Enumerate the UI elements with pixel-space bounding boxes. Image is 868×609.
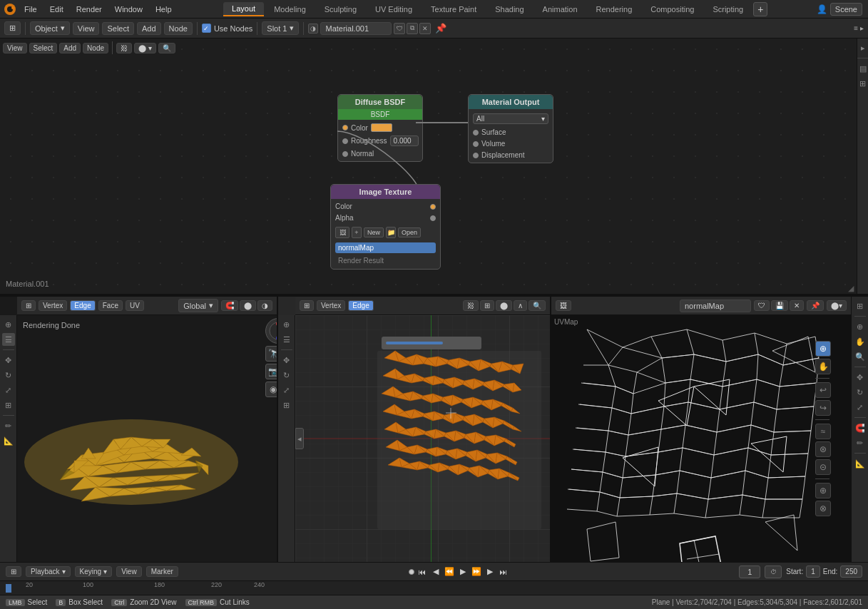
uv-edge-btn[interactable]: Edge: [348, 300, 373, 311]
node-view-btn[interactable]: View: [3, 43, 27, 53]
tab-shading[interactable]: Shading: [486, 3, 532, 16]
pin-icon[interactable]: 📌: [433, 23, 449, 34]
output-all-dropdown[interactable]: All▾: [473, 113, 548, 124]
tab-animation[interactable]: Animation: [534, 3, 586, 16]
timeline-clock-icon[interactable]: ⏱: [765, 566, 782, 578]
annotate-tool-icon[interactable]: ✏: [2, 419, 15, 432]
jump-to-start-btn[interactable]: ⏮: [417, 566, 428, 578]
start-frame-field[interactable]: 1: [806, 566, 820, 578]
node-btn[interactable]: Node: [164, 22, 193, 35]
rt-cursor-icon[interactable]: ⊕: [854, 320, 867, 333]
node-sort-icon[interactable]: ⊞: [857, 77, 869, 90]
material-icon[interactable]: ◑: [308, 24, 318, 34]
uvmap-name-label[interactable]: normalMap: [680, 300, 751, 312]
uvmap-pin-icon[interactable]: 📌: [807, 300, 824, 311]
uvmap-x-icon[interactable]: ✕: [790, 300, 804, 311]
uvmap-smooth[interactable]: ≈: [815, 424, 831, 439]
tab-texture-paint[interactable]: Texture Paint: [422, 3, 485, 16]
menu-render[interactable]: Render: [71, 4, 108, 15]
timeline-editor-type-btn[interactable]: ⊞: [6, 566, 21, 577]
node-filter-icon[interactable]: ▤: [857, 62, 869, 75]
rt-pan-icon[interactable]: ✋: [854, 335, 867, 348]
add-btn[interactable]: Add: [137, 22, 161, 35]
new-icon[interactable]: +: [352, 227, 362, 238]
node-zoom-btn[interactable]: 🔍: [158, 43, 175, 53]
slot-dropdown[interactable]: Slot 1 ▾: [262, 21, 299, 35]
render-result-item[interactable]: Render Result: [335, 255, 436, 266]
scene-label[interactable]: Scene: [830, 3, 862, 16]
tab-sculpting[interactable]: Sculpting: [316, 3, 365, 16]
select-tool-icon[interactable]: ☰: [2, 333, 15, 346]
uv-zoom-icon[interactable]: 🔍: [529, 300, 546, 311]
uv-vertex-btn[interactable]: Vertex: [317, 300, 345, 311]
tab-scripting[interactable]: Scripting: [704, 3, 752, 16]
roughness-socket[interactable]: [342, 138, 348, 144]
menu-edit[interactable]: Edit: [44, 4, 69, 15]
uv-check-icon[interactable]: ∧: [514, 300, 527, 311]
uv-grid-icon[interactable]: ⊞: [480, 300, 494, 311]
normalmap-item[interactable]: normalMap: [335, 242, 436, 253]
playback-dropdown[interactable]: Playback ▾: [26, 566, 71, 577]
blender-logo[interactable]: [3, 2, 17, 16]
img-icon[interactable]: 🖼: [335, 227, 349, 238]
tab-compositing[interactable]: Compositing: [642, 3, 703, 16]
uv-left-expand-arrow[interactable]: ◂: [295, 428, 304, 449]
uv-cursor-icon[interactable]: ⊕: [280, 318, 293, 331]
measure-tool-icon[interactable]: 📐: [2, 434, 15, 447]
node-add-btn[interactable]: Add: [59, 43, 81, 53]
vertex-mode-btn[interactable]: Vertex: [39, 300, 67, 311]
menu-help[interactable]: Help: [150, 4, 178, 15]
snap-icon-btn[interactable]: 🧲: [221, 300, 238, 311]
tab-uv-editing[interactable]: UV Editing: [367, 3, 421, 16]
scale-tool-icon[interactable]: ⤢: [2, 384, 15, 396]
play-fwd-btn[interactable]: ⏩: [471, 566, 482, 578]
play-back-btn[interactable]: ⏪: [444, 566, 455, 578]
node-node-btn[interactable]: Node: [83, 43, 108, 53]
uvmap-rotate-ccw[interactable]: ↩: [815, 382, 831, 398]
transform-tool-icon[interactable]: ⊞: [2, 399, 15, 411]
open-btn[interactable]: Open: [398, 227, 421, 237]
uv-search-inner[interactable]: [382, 337, 481, 349]
editor-type-btn[interactable]: ⊞: [4, 21, 21, 35]
step-back-btn[interactable]: ◀: [430, 566, 441, 578]
uvmap-shield-icon[interactable]: 🛡: [754, 300, 770, 311]
face-mode-btn[interactable]: Face: [98, 300, 123, 311]
uv-link-icon[interactable]: ⛓: [463, 300, 479, 311]
viewport-global-dropdown[interactable]: Global ▾: [178, 299, 218, 312]
node-view-icon[interactable]: ≡: [854, 24, 858, 32]
uv-scale-icon[interactable]: ⤢: [280, 384, 293, 396]
uvmap-save-icon[interactable]: 💾: [771, 300, 788, 311]
node-overlay-btn[interactable]: ⬤ ▾: [134, 43, 156, 53]
rt-grab-icon[interactable]: ✥: [854, 371, 867, 384]
timeline-ruler[interactable]: 20 100 180 220 240: [0, 580, 868, 595]
uvmap-canvas[interactable]: UVMap ⊕ ✋ ↩ ↪ ≈ ⊛ ⊝ ⊕ ⊗: [551, 315, 851, 562]
roughness-val[interactable]: 0.000: [390, 135, 419, 146]
uvmap-editor-type-btn[interactable]: 🖼: [556, 300, 571, 311]
uvmap-stitch[interactable]: ⊝: [815, 459, 831, 475]
shield-icon[interactable]: 🛡: [394, 23, 405, 34]
view-btn[interactable]: View: [73, 22, 100, 35]
open-folder-icon[interactable]: 📁: [386, 227, 396, 238]
rt-snap-icon[interactable]: 🧲: [854, 421, 867, 434]
menu-window[interactable]: Window: [109, 4, 148, 15]
uvmap-pan-tool[interactable]: ✋: [815, 359, 831, 374]
toggle-camera-btn[interactable]: 📷: [265, 364, 278, 379]
add-workspace-button[interactable]: +: [753, 2, 767, 16]
it-color-socket-out[interactable]: [430, 204, 436, 210]
end-frame-field[interactable]: 250: [840, 566, 862, 578]
volume-socket[interactable]: [473, 141, 479, 147]
cursor-tool-icon[interactable]: ⊕: [2, 318, 15, 331]
edge-mode-btn[interactable]: Edge: [70, 300, 95, 311]
color-socket[interactable]: [342, 125, 348, 130]
node-snap-btn[interactable]: ⛓: [116, 43, 132, 53]
uvmap-rotate-cw[interactable]: ↪: [815, 400, 831, 416]
uv-mode-btn[interactable]: UV: [126, 300, 144, 311]
tab-layout[interactable]: Layout: [223, 2, 264, 16]
uvmap-overlay-icon[interactable]: ⬤▾: [827, 300, 847, 311]
uv-editor-type-btn[interactable]: ⊞: [300, 300, 314, 311]
rt-measure-icon[interactable]: 📐: [854, 457, 867, 470]
viewport-shade-icon-btn[interactable]: ◑: [257, 300, 272, 311]
rotate-tool-icon[interactable]: ↻: [2, 369, 15, 382]
viewport-3d-canvas[interactable]: Rendering Done: [17, 315, 278, 562]
uvmap-weld[interactable]: ⊛: [815, 441, 831, 457]
